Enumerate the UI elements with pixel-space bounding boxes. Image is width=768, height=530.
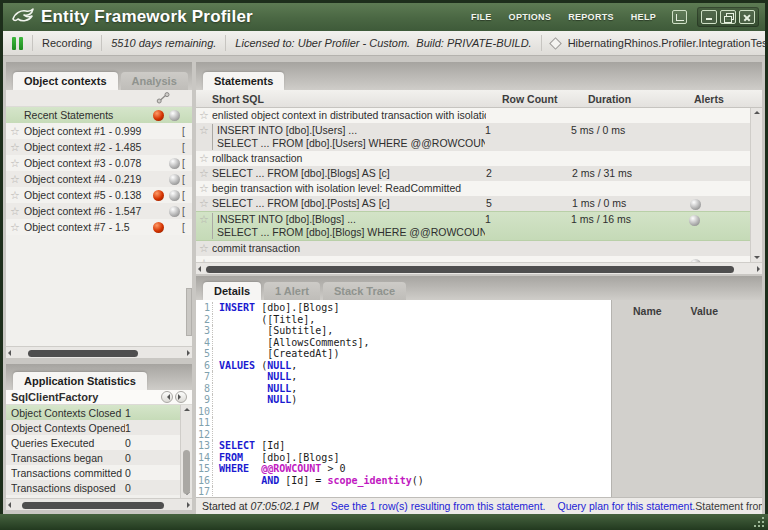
scroll-up-icon[interactable] [754, 111, 760, 114]
link-icon[interactable] [156, 92, 170, 104]
window-bottom-border [0, 514, 768, 530]
scroll-left-icon[interactable] [8, 350, 11, 356]
favorite-star-icon[interactable]: ☆ [6, 205, 24, 218]
started-at-label: Started at [202, 500, 248, 512]
favorite-star-icon[interactable]: ☆ [6, 173, 24, 186]
clipped-text: [ [182, 126, 192, 137]
short-sql-text: SELECT ... FROM [dbo].[Blogs] AS [c] [212, 167, 486, 180]
context-list-item[interactable]: ☆ Object context #4 - 0.219 [ [6, 171, 192, 187]
favorite-star-icon[interactable]: ☆ [196, 242, 212, 254]
stat-row[interactable]: Object Contexts Closed 1 [6, 405, 180, 420]
favorite-star-icon[interactable]: ☆ [196, 124, 212, 136]
tab-analysis[interactable]: Analysis [121, 72, 188, 90]
maximize-icon[interactable] [720, 10, 736, 24]
column-row-count[interactable]: Row Count [502, 93, 588, 105]
context-list-item[interactable]: ☆ Object context #1 - 0.999 [ [6, 123, 192, 139]
tab-application-statistics[interactable]: Application Statistics [13, 372, 147, 390]
stat-row[interactable]: Transactions committed 0 [6, 465, 180, 480]
column-duration[interactable]: Duration [588, 93, 694, 105]
statements-vertical-scrollbar[interactable] [750, 108, 762, 262]
tab-stack-trace[interactable]: Stack Trace [323, 282, 406, 300]
context-list-item[interactable]: ☆ Object context #6 - 1.547 [ [6, 203, 192, 219]
favorite-star-icon[interactable]: ☆ [196, 152, 212, 164]
code-line: 4 [AllowsComments], [196, 337, 611, 349]
stat-row[interactable]: Transactions disposed 0 [6, 480, 180, 495]
tab-object-contexts[interactable]: Object contexts [13, 72, 118, 90]
parameters-pane: Name Value [612, 300, 762, 497]
stat-row[interactable]: Queries Executed 0 [6, 435, 180, 450]
statement-row[interactable]: ☆ commit transaction [196, 241, 762, 256]
scroll-right-icon[interactable] [187, 502, 190, 508]
favorite-star-icon[interactable]: ☆ [6, 141, 24, 154]
statement-row[interactable]: ☆ INSERT INTO [dbo].[Users] ... SELECT .… [196, 123, 762, 151]
code-line: 15 WHERE @@ROWCOUNT > 0 [196, 463, 611, 475]
contexts-vertical-scrollbar[interactable] [186, 288, 192, 336]
column-alerts[interactable]: Alerts [694, 93, 762, 105]
menu-item[interactable]: REPORTS [568, 12, 614, 22]
favorite-star-icon[interactable]: ☆ [196, 197, 212, 209]
favorite-star-icon[interactable]: ☆ [6, 189, 24, 202]
close-icon[interactable] [739, 10, 755, 24]
param-value-header[interactable]: Value [691, 305, 718, 317]
license-days-cell: 5510 days remaining. [102, 35, 226, 51]
scrollbar-thumb[interactable] [28, 350, 138, 357]
stat-row[interactable]: Object Contexts Opened 1 [6, 420, 180, 435]
context-list-item[interactable]: ☆ Object context #3 - 0.078 [ [6, 155, 192, 171]
stats-horizontal-scrollbar[interactable] [6, 498, 192, 510]
scrollbar-thumb[interactable] [22, 502, 164, 509]
scroll-down-icon[interactable] [754, 256, 760, 259]
favorite-star-icon[interactable]: ☆ [6, 157, 24, 170]
context-list-item[interactable]: ☆ Object context #7 - 1.5 [ [6, 219, 192, 235]
resize-grip[interactable] [753, 517, 764, 527]
statement-row[interactable]: ☆ enlisted object context in distributed… [196, 108, 762, 123]
stats-prev-icon[interactable] [161, 391, 173, 403]
menu-item[interactable]: FILE [471, 12, 492, 22]
see-rows-link[interactable]: See the 1 row(s) resulting from this sta… [331, 500, 546, 512]
column-short-sql[interactable]: Short SQL [212, 93, 502, 105]
menu-item[interactable]: HELP [631, 12, 656, 22]
alert-gray-indicator [689, 215, 700, 226]
favorite-star-icon[interactable]: ☆ [196, 167, 212, 179]
alert-red-indicator [153, 222, 164, 233]
context-list-item[interactable]: ☆ Recent Statements [6, 107, 192, 123]
statement-row[interactable]: ☆ begin transaction with isolation level… [196, 181, 762, 196]
contexts-horizontal-scrollbar[interactable] [6, 346, 192, 358]
menu-item[interactable]: OPTIONS [509, 12, 552, 22]
favorite-star-icon[interactable]: ☆ [196, 182, 212, 194]
statement-row[interactable]: ☆ SELECT ... FROM [dbo].[Posts] AS [c] 5… [196, 196, 762, 211]
code-text: INSERT [dbo].[Blogs] [219, 302, 339, 314]
popout-icon[interactable] [672, 10, 687, 24]
scroll-left-icon[interactable] [8, 502, 11, 508]
statement-row[interactable]: ☆ SELECT ... FROM [dbo].[Blogs] AS [c] 2… [196, 166, 762, 181]
tab-alert[interactable]: 1 Alert [264, 282, 320, 300]
minimize-icon[interactable] [701, 10, 717, 24]
statement-row[interactable]: ☆ rollback transaction [196, 151, 762, 166]
scroll-up-icon[interactable] [184, 408, 190, 411]
stats-next-icon[interactable] [175, 391, 187, 403]
statement-row[interactable]: ☆ INSERT INTO [dbo].[Blogs] ... SELECT .… [196, 211, 762, 241]
context-list-item[interactable]: ☆ Object context #5 - 0.138 [ [6, 187, 192, 203]
statements-horizontal-scrollbar[interactable] [196, 262, 762, 274]
stats-factory-title: SqlClientFactory [11, 391, 159, 403]
application-statistics-panel: Application Statistics SqlClientFactory … [6, 364, 192, 510]
recording-indicator[interactable] [3, 35, 33, 51]
favorite-star-icon[interactable]: ☆ [196, 213, 212, 225]
param-name-header[interactable]: Name [633, 305, 662, 317]
tab-statements[interactable]: Statements [203, 72, 284, 90]
scrollbar-thumb[interactable] [206, 266, 734, 273]
query-plan-link[interactable]: Query plan for this statement. [558, 500, 696, 512]
clipped-text: [ [182, 206, 192, 217]
scroll-right-icon[interactable] [757, 266, 760, 272]
favorite-star-icon[interactable]: ☆ [6, 125, 24, 138]
scrollbar-thumb[interactable] [183, 450, 190, 494]
favorite-star-icon[interactable]: ☆ [6, 221, 24, 234]
context-list-item[interactable]: ☆ Object context #2 - 1.485 [ [6, 139, 192, 155]
stat-label: Object Contexts Opened [11, 422, 125, 434]
sql-code-view[interactable]: 1 INSERT [dbo].[Blogs] 2 ([Title], 3 [Su… [196, 300, 612, 497]
stat-row[interactable]: Transactions began 0 [6, 450, 180, 465]
scroll-left-icon[interactable] [198, 266, 201, 272]
favorite-star-icon[interactable]: ☆ [196, 109, 212, 121]
tab-details[interactable]: Details [203, 282, 261, 300]
scroll-right-icon[interactable] [187, 350, 190, 356]
alert-red-indicator [153, 190, 164, 201]
